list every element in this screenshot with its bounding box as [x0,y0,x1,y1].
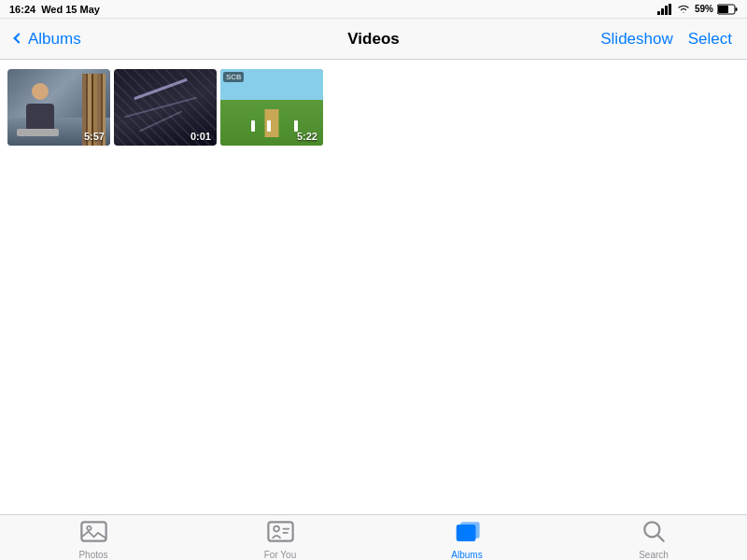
status-date: Wed 15 May [41,4,100,15]
photos-tab-label: Photos [78,550,107,560]
svg-rect-5 [736,7,738,11]
back-button[interactable]: Albums [15,30,81,49]
slideshow-button[interactable]: Slideshow [600,30,673,49]
video-item[interactable]: 0:01 [114,69,217,146]
tab-bar: Photos For You Albums Search [0,514,747,560]
tab-search[interactable]: Search [560,515,747,560]
svg-rect-7 [81,522,106,540]
search-tab-icon [638,515,670,548]
video-item[interactable]: SCB 5:22 [220,69,323,146]
svg-rect-1 [661,8,664,15]
back-chevron-icon [13,33,23,43]
select-button[interactable]: Select [688,30,732,49]
video-item[interactable]: 5:57 [7,69,110,146]
for-you-tab-label: For You [264,550,296,560]
page-title: Videos [347,30,399,49]
search-tab-label: Search [639,550,669,560]
albums-tab-label: Albums [451,550,482,560]
battery-icon [717,4,738,15]
svg-rect-2 [665,6,668,15]
wifi-icon [676,4,691,15]
video-duration: 5:22 [297,131,317,142]
tab-albums[interactable]: Albums [374,515,560,560]
video-grid: 5:57 0:01 [7,69,740,146]
photos-tab-icon [78,515,110,548]
svg-point-8 [87,526,91,530]
status-bar: 16:24 Wed 15 May 59% [0,0,747,19]
video-duration: 0:01 [190,131,211,142]
svg-rect-6 [718,6,728,13]
tab-for-you[interactable]: For You [187,515,374,560]
nav-bar: Albums Videos Slideshow Select [0,19,747,60]
tab-photos[interactable]: Photos [0,515,187,560]
svg-rect-3 [669,4,671,15]
albums-tab-icon [451,515,484,548]
video-duration: 5:57 [84,131,105,142]
signal-icon [657,4,672,15]
status-time: 16:24 [9,4,35,15]
svg-rect-0 [657,11,660,15]
main-content: 5:57 0:01 [0,60,747,514]
battery-percentage: 59% [695,4,713,14]
nav-actions: Slideshow Select [600,30,732,49]
foryou-tab-icon [264,515,297,548]
svg-point-14 [644,522,659,537]
svg-rect-13 [456,525,474,541]
back-label: Albums [28,30,81,49]
svg-point-10 [274,526,279,532]
